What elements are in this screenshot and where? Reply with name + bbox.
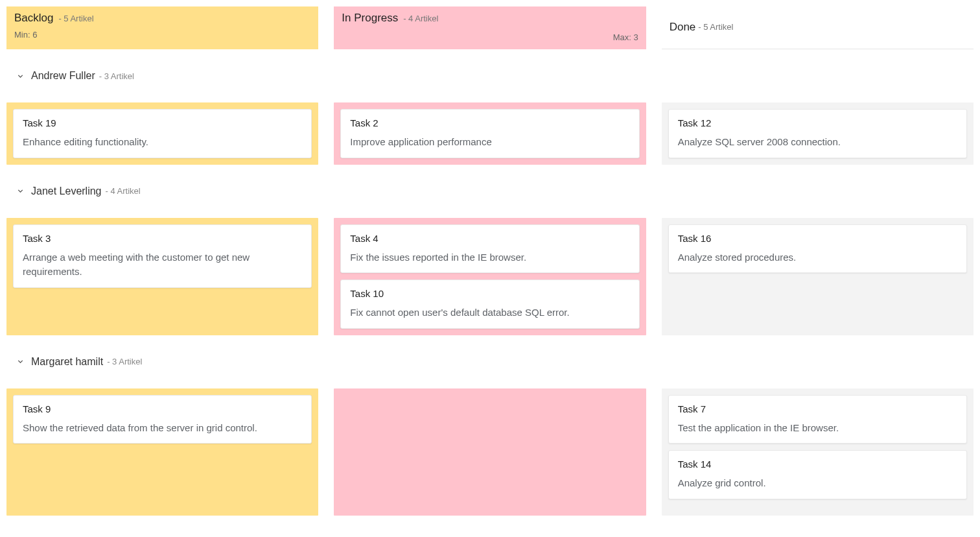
swimlane-header[interactable]: Janet Leverling - 4 Artikel	[6, 180, 974, 202]
card-desc: Test the application in the IE browser.	[678, 421, 957, 436]
column-count: - 5 Artikel	[58, 14, 93, 23]
swimlane-header[interactable]: Margaret hamilt - 3 Artikel	[6, 351, 974, 373]
swimlane-name: Janet Leverling	[31, 185, 102, 197]
kanban-card[interactable]: Task 10 Fix cannot open user's default d…	[340, 280, 639, 329]
cell-backlog[interactable]: Task 19 Enhance editing functionality.	[6, 102, 318, 165]
card-desc: Show the retrieved data from the server …	[23, 421, 302, 436]
cell-done[interactable]: Task 12 Analyze SQL server 2008 connecti…	[662, 102, 974, 165]
kanban-card[interactable]: Task 19 Enhance editing functionality.	[13, 109, 312, 158]
column-header-inprogress[interactable]: In Progress - 4 Artikel Max: 3	[334, 6, 646, 49]
cell-done[interactable]: Task 16 Analyze stored procedures.	[662, 218, 974, 335]
card-desc: Improve application performance	[350, 135, 629, 150]
kanban-card[interactable]: Task 12 Analyze SQL server 2008 connecti…	[668, 109, 967, 158]
swimlane-count: - 3 Artikel	[107, 357, 142, 366]
kanban-card[interactable]: Task 14 Analyze grid control.	[668, 450, 967, 499]
column-title: In Progress	[342, 12, 398, 25]
chevron-down-icon	[14, 70, 26, 82]
cell-inprogress[interactable]: Task 4 Fix the issues reported in the IE…	[334, 218, 646, 335]
card-title: Task 16	[678, 233, 957, 244]
card-title: Task 2	[350, 117, 629, 128]
kanban-card[interactable]: Task 3 Arrange a web meeting with the cu…	[13, 224, 312, 288]
card-desc: Enhance editing functionality.	[23, 135, 302, 150]
swimlane-name: Margaret hamilt	[31, 356, 103, 368]
card-desc: Analyze stored procedures.	[678, 250, 957, 265]
column-limit: Max: 3	[613, 32, 638, 42]
card-desc: Arrange a web meeting with the customer …	[23, 250, 302, 280]
chevron-down-icon	[14, 185, 26, 197]
column-limit: Min: 6	[14, 30, 310, 40]
card-desc: Fix cannot open user's default database …	[350, 305, 629, 320]
card-title: Task 14	[678, 459, 957, 470]
card-desc: Analyze SQL server 2008 connection.	[678, 135, 957, 150]
cell-backlog[interactable]: Task 3 Arrange a web meeting with the cu…	[6, 218, 318, 335]
card-title: Task 9	[23, 403, 302, 414]
cell-inprogress[interactable]	[334, 388, 646, 516]
column-header-done[interactable]: Done - 5 Artikel	[662, 6, 974, 49]
column-count: - 5 Artikel	[698, 22, 733, 32]
column-title: Done	[670, 21, 696, 34]
swimlane-count: - 3 Artikel	[99, 71, 134, 81]
kanban-card[interactable]: Task 9 Show the retrieved data from the …	[13, 395, 312, 444]
kanban-card[interactable]: Task 16 Analyze stored procedures.	[668, 224, 967, 274]
card-title: Task 7	[678, 403, 957, 414]
card-desc: Fix the issues reported in the IE browse…	[350, 250, 629, 265]
swimlane-name: Andrew Fuller	[31, 70, 95, 82]
column-header-backlog[interactable]: Backlog - 5 Artikel Min: 6	[6, 6, 318, 49]
card-title: Task 19	[23, 117, 302, 128]
cell-inprogress[interactable]: Task 2 Improve application performance	[334, 102, 646, 165]
card-title: Task 12	[678, 117, 957, 128]
card-title: Task 3	[23, 233, 302, 244]
cell-backlog[interactable]: Task 9 Show the retrieved data from the …	[6, 388, 318, 516]
card-title: Task 4	[350, 233, 629, 244]
kanban-board: Backlog - 5 Artikel Min: 6 In Progress -…	[0, 0, 980, 522]
swimlane-count: - 4 Artikel	[106, 186, 141, 196]
kanban-card[interactable]: Task 4 Fix the issues reported in the IE…	[340, 224, 639, 274]
kanban-card[interactable]: Task 2 Improve application performance	[340, 109, 639, 158]
kanban-card[interactable]: Task 7 Test the application in the IE br…	[668, 395, 967, 444]
card-title: Task 10	[350, 288, 629, 299]
card-desc: Analyze grid control.	[678, 476, 957, 491]
swimlane-header[interactable]: Andrew Fuller - 3 Artikel	[6, 65, 974, 87]
chevron-down-icon	[14, 356, 26, 368]
column-title: Backlog	[14, 12, 53, 25]
cell-done[interactable]: Task 7 Test the application in the IE br…	[662, 388, 974, 516]
column-count: - 4 Artikel	[403, 14, 438, 23]
